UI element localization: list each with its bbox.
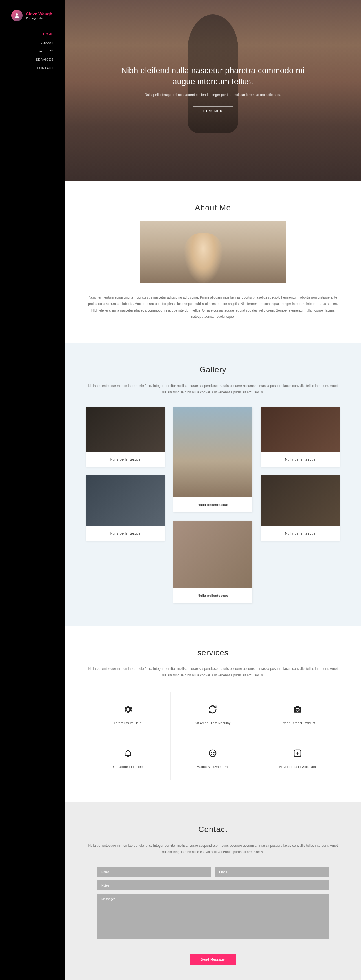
svg-point-2 [211,752,212,753]
services-desc: Nulla pellentesque mi non laoreet eleife… [86,666,340,679]
bell-icon [122,748,134,759]
service-label: Lorem Ipsum Dolor [92,721,165,725]
nav-about[interactable]: ABOUT [11,41,54,45]
hero-title: Nibh eleifend nulla nascetur pharetra co… [117,65,309,87]
service-item[interactable]: Sit Amed Diam Nonumy [171,692,255,736]
svg-point-3 [214,752,214,753]
gallery-card[interactable]: Nulla pellentesque [86,475,165,541]
sidebar: Steve Waugh Photographer HOME ABOUT GALL… [0,0,65,980]
contact-desc: Nulla pellentesque mi non laoreet eleife… [86,842,340,856]
service-label: Sit Amed Diam Nonumy [176,721,249,725]
refresh-icon [207,704,218,715]
services-title: services [82,648,344,657]
gallery-image [86,475,165,526]
gallery-card[interactable]: Nulla pellentesque [261,407,340,467]
about-desc: Nunc fermentum adipiscing tempor cursus … [86,294,340,320]
gallery-image [86,407,165,452]
about-section: About Me Nunc fermentum adipiscing tempo… [65,181,361,342]
gallery-title: Gallery [82,365,344,374]
service-label: At Vero Eos Et Accusam [261,765,334,768]
service-item[interactable]: At Vero Eos Et Accusam [255,736,340,780]
gallery-caption: Nulla pellentesque [86,452,165,467]
gallery-card[interactable]: Nulla pellentesque [173,520,252,603]
avatar [11,10,22,21]
service-item[interactable]: Eirmod Tempor Invidunt [255,692,340,736]
gallery-card[interactable]: Nulla pellentesque [173,407,252,512]
gallery-card[interactable]: Nulla pellentesque [86,407,165,467]
service-item[interactable]: Lorem Ipsum Dolor [86,692,171,736]
email-field[interactable] [215,867,329,877]
contact-form: Send Message [97,867,329,965]
message-field[interactable] [97,894,329,939]
service-item[interactable]: Ut Labore Et Dolore [86,736,171,780]
gallery-image [261,407,340,452]
contact-title: Contact [82,825,344,834]
name-field[interactable] [97,867,211,877]
hero-section: Nibh eleifend nulla nascetur pharetra co… [65,0,361,181]
logo[interactable]: Steve Waugh Photographer [11,10,54,21]
gallery-image [173,520,252,588]
gallery-caption: Nulla pellentesque [261,526,340,541]
smile-icon [207,748,218,759]
gallery-section: Gallery Nulla pellentesque mi non laoree… [65,342,361,625]
notes-field[interactable] [97,880,329,891]
nav-services[interactable]: SERVICES [11,58,54,61]
svg-point-0 [16,13,18,16]
hero-desc: Nulla pellentesque mi non laoreet eleife… [117,92,309,98]
gallery-caption: Nulla pellentesque [86,526,165,541]
gallery-card[interactable]: Nulla pellentesque [261,475,340,541]
gallery-caption: Nulla pellentesque [261,452,340,467]
nav-home[interactable]: HOME [11,32,54,36]
contact-section: Contact Nulla pellentesque mi non laoree… [65,802,361,980]
service-label: Eirmod Tempor Invidunt [261,721,334,725]
gear-icon [122,704,134,715]
service-label: Magna Aliquyam Erat [176,765,249,768]
nav-gallery[interactable]: GALLERY [11,49,54,53]
nav-contact[interactable]: CONTACT [11,66,54,70]
plus-square-icon [292,748,303,759]
gallery-caption: Nulla pellentesque [173,497,252,512]
gallery-image [173,407,252,497]
about-title: About Me [82,204,344,212]
svg-point-1 [209,750,216,757]
gallery-desc: Nulla pellentesque mi non laoreet eleife… [86,383,340,396]
gallery-caption: Nulla pellentesque [173,588,252,603]
send-message-button[interactable]: Send Message [190,954,236,965]
learn-more-button[interactable]: LEARN MORE [193,107,233,116]
about-image [139,221,286,283]
camera-icon [292,704,303,715]
primary-nav: HOME ABOUT GALLERY SERVICES CONTACT [11,32,54,70]
services-section: services Nulla pellentesque mi non laore… [65,625,361,803]
service-label: Ut Labore Et Dolore [92,765,165,768]
gallery-image [261,475,340,526]
service-item[interactable]: Magna Aliquyam Erat [171,736,255,780]
profile-name: Steve Waugh [26,11,52,16]
profile-subtitle: Photographer [26,17,52,20]
